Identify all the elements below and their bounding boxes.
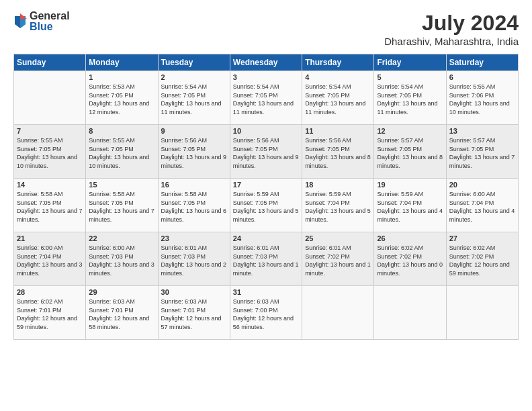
calendar-cell: 9Sunrise: 5:56 AMSunset: 7:05 PMDaylight…: [158, 125, 230, 179]
calendar-cell: 25Sunrise: 6:01 AMSunset: 7:02 PMDayligh…: [302, 232, 374, 286]
cell-content: Sunrise: 6:03 AMSunset: 7:00 PMDaylight:…: [233, 298, 299, 331]
day-number: 17: [233, 181, 299, 189]
day-number: 15: [89, 181, 154, 189]
logo-icon: [13, 13, 27, 30]
day-number: 11: [305, 127, 371, 135]
day-number: 3: [233, 73, 299, 81]
cell-content: Sunrise: 5:59 AMSunset: 7:05 PMDaylight:…: [233, 190, 299, 224]
cell-content: Sunrise: 5:56 AMSunset: 7:05 PMDaylight:…: [161, 136, 227, 170]
calendar-cell: [446, 286, 518, 340]
page: General Blue July 2024 Dharashiv, Mahara…: [0, 0, 532, 411]
calendar-cell: 1Sunrise: 5:53 AMSunset: 7:05 PMDaylight…: [86, 71, 158, 125]
day-number: 13: [449, 127, 515, 135]
cell-content: Sunrise: 6:02 AMSunset: 7:01 PMDaylight:…: [17, 298, 83, 331]
day-number: 16: [161, 181, 227, 189]
day-number: 18: [305, 181, 371, 189]
calendar-col-monday: Monday: [86, 54, 158, 71]
day-number: 12: [377, 127, 443, 135]
calendar-col-tuesday: Tuesday: [158, 54, 230, 71]
svg-marker-2: [20, 13, 27, 19]
cell-content: Sunrise: 6:00 AMSunset: 7:04 PMDaylight:…: [17, 244, 83, 277]
calendar-cell: 17Sunrise: 5:59 AMSunset: 7:05 PMDayligh…: [230, 179, 302, 232]
logo: General Blue: [13, 11, 70, 32]
cell-content: Sunrise: 6:03 AMSunset: 7:01 PMDaylight:…: [161, 298, 227, 331]
calendar-row-0: 1Sunrise: 5:53 AMSunset: 7:05 PMDaylight…: [14, 71, 519, 125]
cell-content: Sunrise: 5:58 AMSunset: 7:05 PMDaylight:…: [17, 190, 83, 224]
calendar-cell: 29Sunrise: 6:03 AMSunset: 7:01 PMDayligh…: [86, 286, 158, 340]
header: General Blue July 2024 Dharashiv, Mahara…: [13, 11, 519, 47]
calendar-cell: [374, 286, 446, 340]
calendar-row-4: 28Sunrise: 6:02 AMSunset: 7:01 PMDayligh…: [14, 286, 519, 340]
calendar-cell: 14Sunrise: 5:58 AMSunset: 7:05 PMDayligh…: [14, 179, 86, 232]
cell-content: Sunrise: 5:54 AMSunset: 7:05 PMDaylight:…: [161, 83, 227, 116]
day-number: 5: [377, 73, 443, 81]
calendar-col-wednesday: Wednesday: [230, 54, 302, 71]
calendar-cell: [302, 286, 374, 340]
calendar-cell: 5Sunrise: 5:54 AMSunset: 7:05 PMDaylight…: [374, 71, 446, 125]
calendar-cell: 11Sunrise: 5:56 AMSunset: 7:05 PMDayligh…: [302, 125, 374, 179]
day-number: 7: [17, 127, 83, 135]
calendar-cell: 16Sunrise: 5:58 AMSunset: 7:05 PMDayligh…: [158, 179, 230, 232]
day-number: 19: [377, 181, 443, 189]
day-number: 28: [17, 288, 83, 296]
logo-blue: Blue: [30, 21, 70, 32]
day-number: 9: [161, 127, 227, 135]
day-number: 24: [233, 234, 299, 242]
calendar-table: SundayMondayTuesdayWednesdayThursdayFrid…: [13, 54, 519, 340]
cell-content: Sunrise: 5:54 AMSunset: 7:05 PMDaylight:…: [377, 83, 443, 116]
day-number: 4: [305, 73, 371, 81]
day-number: 2: [161, 73, 227, 81]
cell-content: Sunrise: 5:53 AMSunset: 7:05 PMDaylight:…: [89, 83, 154, 116]
cell-content: Sunrise: 6:02 AMSunset: 7:02 PMDaylight:…: [377, 244, 443, 277]
cell-content: Sunrise: 5:56 AMSunset: 7:05 PMDaylight:…: [305, 136, 371, 170]
calendar-cell: 6Sunrise: 5:55 AMSunset: 7:06 PMDaylight…: [446, 71, 518, 125]
main-title: July 2024: [384, 11, 519, 36]
day-number: 26: [377, 234, 443, 242]
subtitle: Dharashiv, Maharashtra, India: [384, 36, 519, 47]
cell-content: Sunrise: 5:58 AMSunset: 7:05 PMDaylight:…: [89, 190, 154, 224]
calendar-cell: 30Sunrise: 6:03 AMSunset: 7:01 PMDayligh…: [158, 286, 230, 340]
calendar-row-2: 14Sunrise: 5:58 AMSunset: 7:05 PMDayligh…: [14, 179, 519, 232]
calendar-cell: 13Sunrise: 5:57 AMSunset: 7:05 PMDayligh…: [446, 125, 518, 179]
day-number: 27: [449, 234, 515, 242]
day-number: 20: [449, 181, 515, 189]
calendar-cell: 19Sunrise: 5:59 AMSunset: 7:04 PMDayligh…: [374, 179, 446, 232]
cell-content: Sunrise: 5:57 AMSunset: 7:05 PMDaylight:…: [449, 136, 515, 170]
calendar-cell: 28Sunrise: 6:02 AMSunset: 7:01 PMDayligh…: [14, 286, 86, 340]
cell-content: Sunrise: 5:54 AMSunset: 7:05 PMDaylight:…: [305, 83, 371, 116]
calendar-col-friday: Friday: [374, 54, 446, 71]
day-number: 25: [305, 234, 371, 242]
calendar-col-saturday: Saturday: [446, 54, 518, 71]
cell-content: Sunrise: 6:00 AMSunset: 7:03 PMDaylight:…: [89, 244, 154, 277]
calendar-row-3: 21Sunrise: 6:00 AMSunset: 7:04 PMDayligh…: [14, 232, 519, 286]
calendar-cell: 3Sunrise: 5:54 AMSunset: 7:05 PMDaylight…: [230, 71, 302, 125]
calendar-cell: 20Sunrise: 6:00 AMSunset: 7:04 PMDayligh…: [446, 179, 518, 232]
calendar-row-1: 7Sunrise: 5:55 AMSunset: 7:05 PMDaylight…: [14, 125, 519, 179]
calendar-cell: 27Sunrise: 6:02 AMSunset: 7:02 PMDayligh…: [446, 232, 518, 286]
day-number: 23: [161, 234, 227, 242]
cell-content: Sunrise: 5:55 AMSunset: 7:05 PMDaylight:…: [17, 136, 83, 170]
calendar-col-thursday: Thursday: [302, 54, 374, 71]
cell-content: Sunrise: 5:56 AMSunset: 7:05 PMDaylight:…: [233, 136, 299, 170]
calendar-cell: 7Sunrise: 5:55 AMSunset: 7:05 PMDaylight…: [14, 125, 86, 179]
cell-content: Sunrise: 6:03 AMSunset: 7:01 PMDaylight:…: [89, 298, 154, 331]
calendar-cell: 18Sunrise: 5:59 AMSunset: 7:04 PMDayligh…: [302, 179, 374, 232]
calendar-cell: 10Sunrise: 5:56 AMSunset: 7:05 PMDayligh…: [230, 125, 302, 179]
cell-content: Sunrise: 5:59 AMSunset: 7:04 PMDaylight:…: [377, 190, 443, 224]
cell-content: Sunrise: 6:00 AMSunset: 7:04 PMDaylight:…: [449, 190, 515, 224]
calendar-cell: 2Sunrise: 5:54 AMSunset: 7:05 PMDaylight…: [158, 71, 230, 125]
calendar-cell: 12Sunrise: 5:57 AMSunset: 7:05 PMDayligh…: [374, 125, 446, 179]
cell-content: Sunrise: 6:02 AMSunset: 7:02 PMDaylight:…: [449, 244, 515, 277]
calendar-cell: 15Sunrise: 5:58 AMSunset: 7:05 PMDayligh…: [86, 179, 158, 232]
day-number: 8: [89, 127, 154, 135]
calendar-col-sunday: Sunday: [14, 54, 86, 71]
day-number: 1: [89, 73, 154, 81]
day-number: 10: [233, 127, 299, 135]
day-number: 14: [17, 181, 83, 189]
cell-content: Sunrise: 5:55 AMSunset: 7:06 PMDaylight:…: [449, 83, 515, 116]
cell-content: Sunrise: 6:01 AMSunset: 7:02 PMDaylight:…: [305, 244, 371, 277]
calendar-cell: 21Sunrise: 6:00 AMSunset: 7:04 PMDayligh…: [14, 232, 86, 286]
logo-general: General: [30, 11, 70, 21]
calendar-cell: 8Sunrise: 5:55 AMSunset: 7:05 PMDaylight…: [86, 125, 158, 179]
day-number: 31: [233, 288, 299, 296]
